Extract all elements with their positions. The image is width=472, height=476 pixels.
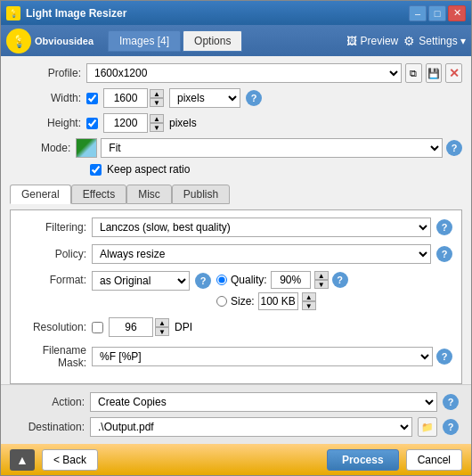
maximize-button[interactable]: □ <box>428 5 446 21</box>
logo-text: Obviousidea <box>35 36 94 46</box>
height-unit-label: pixels <box>169 117 197 129</box>
size-input[interactable] <box>258 292 298 310</box>
size-down[interactable]: ▼ <box>302 301 316 310</box>
filename-mask-label: Filename Mask: <box>20 344 86 369</box>
main-tabs: Images [4] Options <box>108 30 339 52</box>
filename-mask-info-icon[interactable]: ? <box>436 349 452 365</box>
destination-info-icon[interactable]: ? <box>443 419 459 435</box>
width-row: Width: ▲ ▼ pixels ? <box>10 88 462 108</box>
tab-misc[interactable]: Misc <box>126 185 172 204</box>
width-checkbox[interactable] <box>86 93 98 104</box>
format-info-icon[interactable]: ? <box>195 273 211 289</box>
size-radio[interactable] <box>216 296 227 307</box>
filtering-select[interactable]: Lanczos (slow, best quality) <box>92 217 431 237</box>
policy-label: Policy: <box>20 248 86 260</box>
format-row: Format: as Original ? Quality: ▲ <box>20 271 452 310</box>
width-label: Width: <box>10 92 81 104</box>
filtering-row: Filtering: Lanczos (slow, best quality) … <box>20 217 452 237</box>
filtering-info-icon[interactable]: ? <box>436 219 452 235</box>
profile-select[interactable]: 1600x1200 <box>86 63 402 83</box>
destination-folder-button[interactable]: 📁 <box>418 417 437 437</box>
mode-select[interactable]: Fit <box>101 138 443 158</box>
cancel-button[interactable]: Cancel <box>406 449 462 471</box>
resolution-input[interactable] <box>109 317 153 337</box>
format-label: Format: <box>20 274 86 286</box>
width-input[interactable] <box>103 88 148 108</box>
destination-row: Destination: .\Output.pdf 📁 ? <box>13 417 459 437</box>
tab-general[interactable]: General <box>10 185 71 204</box>
resolution-label: Resolution: <box>20 321 86 333</box>
tab-publish[interactable]: Publish <box>172 185 230 204</box>
policy-row: Policy: Always resize ? <box>20 244 452 264</box>
mode-image <box>76 138 97 158</box>
destination-label: Destination: <box>13 421 85 433</box>
width-unit-select[interactable]: pixels <box>169 88 240 108</box>
height-up[interactable]: ▲ <box>150 114 164 123</box>
height-down[interactable]: ▼ <box>150 123 164 132</box>
quality-size-wrap: Quality: ▲ ▼ ? Size: <box>216 271 348 310</box>
keep-aspect-label: Keep aspect ratio <box>107 163 190 176</box>
quality-info-icon[interactable]: ? <box>332 272 348 288</box>
mode-label: Mode: <box>10 142 70 154</box>
mode-select-wrap: Fit ? <box>76 138 462 158</box>
toolbar: 💡 Obviousidea Images [4] Options 🖼 Previ… <box>1 25 471 56</box>
size-up[interactable]: ▲ <box>302 292 316 301</box>
width-info-icon[interactable]: ? <box>246 90 262 106</box>
action-row: Action: Create Copies ? <box>13 392 459 412</box>
tab-images[interactable]: Images [4] <box>108 30 181 52</box>
filename-mask-select[interactable]: %F [%P] <box>92 347 433 366</box>
resolution-up[interactable]: ▲ <box>155 318 169 327</box>
profile-label: Profile: <box>10 67 81 79</box>
profile-close-button[interactable]: ✕ <box>445 63 462 83</box>
width-input-wrap: ▲ ▼ <box>103 88 164 108</box>
keep-aspect-checkbox[interactable] <box>90 164 102 176</box>
height-label: Height: <box>10 117 81 129</box>
policy-info-icon[interactable]: ? <box>436 246 452 262</box>
main-window: 💡 Light Image Resizer – □ ✕ 💡 Obviouside… <box>0 0 472 476</box>
resolution-spinner: ▲ ▼ <box>155 318 169 336</box>
tab-effects[interactable]: Effects <box>71 185 126 204</box>
format-select[interactable]: as Original <box>92 271 190 291</box>
destination-select[interactable]: .\Output.pdf <box>90 417 412 437</box>
resolution-unit: DPI <box>175 321 192 333</box>
height-checkbox[interactable] <box>86 118 98 129</box>
filename-mask-wrap: %F [%P] ? <box>92 347 452 366</box>
minimize-button[interactable]: – <box>409 5 427 21</box>
quality-up[interactable]: ▲ <box>314 271 329 280</box>
height-input-wrap: ▲ ▼ <box>103 113 164 133</box>
bottom-section: Action: Create Copies ? Destination: .\O… <box>1 384 471 444</box>
back-button[interactable]: < Back <box>42 449 98 471</box>
close-button[interactable]: ✕ <box>448 5 466 21</box>
profile-save-button[interactable]: 💾 <box>426 63 443 83</box>
profile-select-wrap: 1600x1200 ⧉ 💾 ✕ <box>86 63 462 83</box>
height-spinner: ▲ ▼ <box>150 114 164 132</box>
quality-input[interactable] <box>271 271 311 289</box>
policy-select[interactable]: Always resize <box>92 244 431 264</box>
logo-icon: 💡 <box>6 29 31 53</box>
settings-button[interactable]: ⚙ Settings ▾ <box>403 34 466 48</box>
resolution-input-wrap: ▲ ▼ <box>109 317 169 337</box>
action-select[interactable]: Create Copies <box>90 392 437 412</box>
resolution-down[interactable]: ▼ <box>155 327 169 336</box>
quality-radio[interactable] <box>216 275 227 285</box>
preview-button[interactable]: 🖼 Preview <box>346 35 399 47</box>
toolbar-right: 🖼 Preview ⚙ Settings ▾ <box>346 34 466 48</box>
action-info-icon[interactable]: ? <box>443 394 459 410</box>
window-title: Light Image Resizer <box>26 7 409 20</box>
action-label: Action: <box>13 396 85 408</box>
mode-row: Mode: Fit ? <box>10 138 462 158</box>
height-input[interactable] <box>103 113 148 133</box>
profile-copy-button[interactable]: ⧉ <box>405 63 422 83</box>
process-button[interactable]: Process <box>327 449 399 471</box>
quality-down[interactable]: ▼ <box>314 280 329 289</box>
tab-options[interactable]: Options <box>183 30 242 52</box>
width-up[interactable]: ▲ <box>150 89 164 98</box>
resolution-checkbox[interactable] <box>92 322 103 333</box>
tab-content: Filtering: Lanczos (slow, best quality) … <box>10 209 462 384</box>
mode-info-icon[interactable]: ? <box>446 140 462 156</box>
width-down[interactable]: ▼ <box>150 98 164 107</box>
inner-tab-bar: General Effects Misc Publish <box>10 185 462 204</box>
quality-row: Quality: ▲ ▼ ? <box>216 271 348 289</box>
filtering-label: Filtering: <box>20 221 86 234</box>
gear-icon: ⚙ <box>403 34 415 48</box>
